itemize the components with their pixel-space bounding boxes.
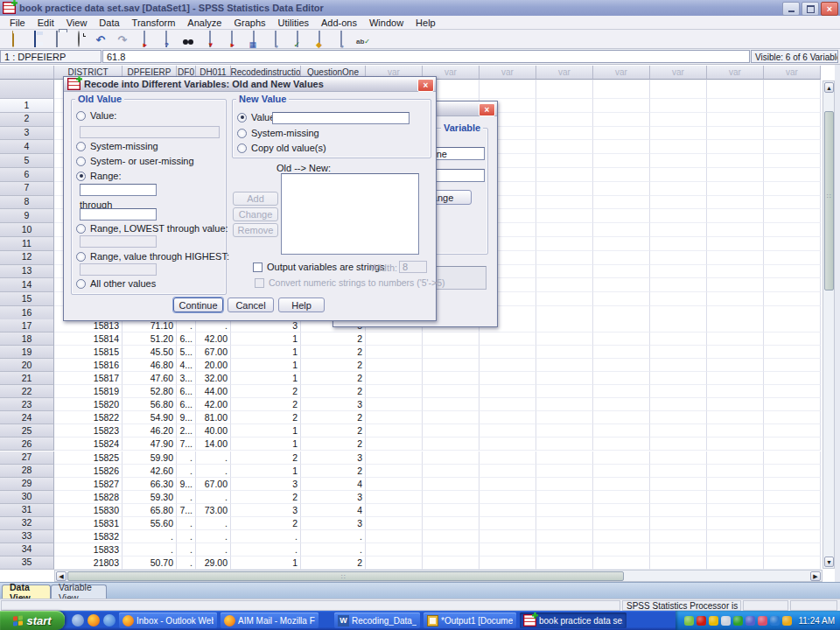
cell-r33-c6[interactable]: .	[301, 530, 366, 543]
cell-r27-c4[interactable]: .	[196, 452, 231, 465]
cell-r9-c14[interactable]	[764, 209, 821, 223]
cell-r34-c9[interactable]	[480, 543, 536, 556]
dialog-close-button[interactable]: ×	[417, 79, 434, 92]
cell-r24-c4[interactable]: 81.00	[196, 411, 231, 424]
cell-r35-c4[interactable]: 29.00	[196, 556, 231, 570]
cell-r17-c4[interactable]: .	[196, 319, 231, 332]
cell-r23-c1[interactable]: 15820	[54, 398, 122, 411]
cell-r17-c12[interactable]	[650, 319, 707, 332]
cell-r35-c8[interactable]	[423, 556, 480, 570]
row-header-16[interactable]: 16	[0, 306, 54, 320]
cell-r12-c11[interactable]	[593, 251, 650, 265]
cell-r25-c6[interactable]: 2	[301, 424, 366, 438]
taskbar-window-2[interactable]: AIM Mail - Mozilla Fir...	[220, 612, 318, 628]
cell-r19-c3[interactable]: 5...	[177, 346, 196, 359]
cell-r32-c10[interactable]	[536, 517, 593, 530]
checkbox-output-strings[interactable]: Output variables are strings	[253, 262, 385, 272]
toolbar-button-print[interactable]	[47, 30, 66, 48]
cell-r9-c13[interactable]	[707, 209, 764, 223]
cell-r4-c12[interactable]	[650, 140, 707, 154]
cell-r11-c11[interactable]	[593, 237, 650, 251]
column-header-var-11[interactable]: var	[593, 66, 650, 80]
row-header-12[interactable]: 12	[0, 251, 54, 265]
cell-r35-c3[interactable]: .	[177, 556, 196, 570]
cell-r23-c6[interactable]: 3	[301, 398, 366, 411]
cell-r34-c11[interactable]	[593, 543, 650, 556]
cell-r31-c2[interactable]: 65.80	[122, 504, 177, 517]
radio-old-system-or-user-missing[interactable]: System- or user-missing	[76, 156, 194, 166]
cell-r24-c14[interactable]	[764, 411, 821, 424]
vertical-scroll-thumb[interactable]: ∷	[824, 111, 834, 290]
cell-r16-c11[interactable]	[593, 306, 650, 320]
cell-r34-c7[interactable]	[366, 543, 423, 556]
cell-r22-c6[interactable]: 2	[301, 385, 366, 398]
cell-r28-c9[interactable]	[480, 465, 536, 478]
cell-r35-c7[interactable]	[366, 556, 423, 570]
remove-button[interactable]: Remove	[233, 223, 278, 237]
cell-r35-c2[interactable]: 50.70	[122, 556, 177, 570]
cell-r24-c13[interactable]	[707, 411, 764, 424]
row-header-2[interactable]: 2	[0, 113, 54, 127]
cell-r19-c6[interactable]: 2	[301, 346, 366, 359]
cell-r30-c14[interactable]	[764, 491, 821, 504]
cell-r20-c11[interactable]	[593, 359, 650, 372]
column-header-var-12[interactable]: var	[650, 66, 707, 80]
cell-r27-c2[interactable]: 59.90	[122, 452, 177, 465]
minimize-button[interactable]	[782, 2, 800, 16]
cell-r31-c14[interactable]	[764, 504, 821, 517]
cell-r30-c8[interactable]	[423, 491, 480, 504]
cell-r17-c11[interactable]	[593, 319, 650, 332]
cell-r18-c1[interactable]: 15814	[54, 332, 122, 346]
cell-r21-c7[interactable]	[366, 372, 423, 385]
cell-r19-c14[interactable]	[764, 346, 821, 359]
cell-r22-c13[interactable]	[707, 385, 764, 398]
cell-r25-c2[interactable]: 46.20	[122, 424, 177, 438]
cell-r26-c4[interactable]: 14.00	[196, 438, 231, 451]
row-header-5[interactable]: 5	[0, 154, 54, 168]
cell-r29-c8[interactable]	[423, 478, 480, 491]
taskbar-window-5[interactable]: book practice data se...	[520, 612, 626, 628]
cell-r5-c12[interactable]	[650, 154, 707, 168]
cell-r34-c5[interactable]: .	[231, 543, 301, 556]
cell-r24-c1[interactable]: 15822	[54, 411, 122, 424]
cell-r23-c14[interactable]	[764, 398, 821, 411]
dialog-titlebar[interactable]: Recode into Different Variables: Old and…	[64, 77, 436, 92]
cell-r10-c10[interactable]	[536, 223, 593, 237]
cell-r34-c4[interactable]: .	[196, 543, 231, 556]
cell-r28-c1[interactable]: 15826	[54, 465, 122, 478]
cell-r33-c3[interactable]: .	[177, 530, 196, 543]
cell-r23-c7[interactable]	[366, 398, 423, 411]
cell-r29-c5[interactable]: 3	[231, 478, 301, 491]
cell-r6-c11[interactable]	[593, 168, 650, 182]
menu-item-file[interactable]: File	[4, 17, 32, 29]
cell-r29-c6[interactable]: 4	[301, 478, 366, 491]
cell-r28-c12[interactable]	[650, 465, 707, 478]
cell-r17-c13[interactable]	[707, 319, 764, 332]
row-header-6[interactable]: 6	[0, 168, 54, 182]
toolbar-button-use-variable-sets[interactable]	[332, 30, 351, 48]
cell-r33-c13[interactable]	[707, 530, 764, 543]
cell-r35-c1[interactable]: 21803	[54, 556, 122, 570]
toolbar-button-select-cases[interactable]	[288, 30, 307, 48]
cell-r29-c14[interactable]	[764, 478, 821, 491]
cell-r9-c10[interactable]	[536, 209, 593, 223]
radio-old-all-other-values[interactable]: All other values	[76, 278, 156, 289]
cell-r34-c8[interactable]	[423, 543, 480, 556]
cell-r24-c12[interactable]	[650, 411, 707, 424]
cell-r6-c12[interactable]	[650, 168, 707, 182]
cell-r21-c8[interactable]	[423, 372, 480, 385]
cell-r32-c12[interactable]	[650, 517, 707, 530]
cell-r30-c3[interactable]: .	[177, 491, 196, 504]
cell-r17-c1[interactable]: 15813	[54, 319, 122, 332]
menu-item-window[interactable]: Window	[363, 17, 410, 29]
cell-r22-c12[interactable]	[650, 385, 707, 398]
cell-r20-c7[interactable]	[366, 359, 423, 372]
cell-r7-c11[interactable]	[593, 182, 650, 196]
row-header-9[interactable]: 9	[0, 209, 54, 223]
checkbox-convert-numeric[interactable]: Convert numeric strings to numbers ('5'-…	[255, 277, 445, 288]
cell-r31-c12[interactable]	[650, 504, 707, 517]
cell-r26-c14[interactable]	[764, 438, 821, 451]
cell-r23-c8[interactable]	[423, 398, 480, 411]
cell-r29-c2[interactable]: 66.30	[122, 478, 177, 491]
scroll-up-button[interactable]: ▲	[824, 82, 834, 93]
